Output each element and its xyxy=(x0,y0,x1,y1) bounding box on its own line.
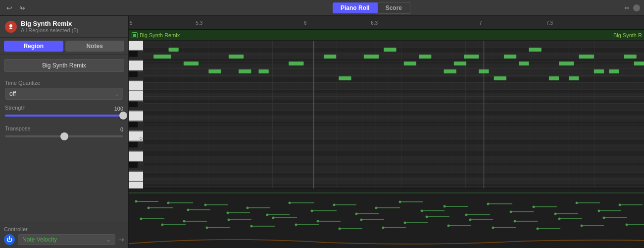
svg-rect-58 xyxy=(259,69,269,73)
timeline-ruler: 5 5.3 6 6.3 7 7.3 xyxy=(129,16,644,30)
svg-rect-55 xyxy=(519,62,529,65)
controller-row: ⏻ Note Velocity ⌄ ⇢ xyxy=(4,234,124,245)
svg-rect-48 xyxy=(464,55,479,59)
time-quantize-row: off ⌄ xyxy=(5,88,123,100)
svg-rect-14 xyxy=(129,122,138,127)
region-indicator-inner xyxy=(133,34,136,37)
svg-rect-20 xyxy=(129,152,144,161)
track-icon xyxy=(5,21,17,33)
svg-rect-66 xyxy=(384,48,396,52)
svg-rect-47 xyxy=(419,55,431,59)
note-velocity-label: Note Velocity xyxy=(22,236,57,243)
transpose-slider-track[interactable] xyxy=(5,135,123,137)
piano-keys: C4 C3 xyxy=(129,41,144,188)
svg-rect-11 xyxy=(129,101,138,107)
region-header-bar: Big Synth Remix Big Synth R xyxy=(129,30,644,41)
region-header-name: Big Synth Remix xyxy=(140,32,180,38)
region-indicator xyxy=(132,32,138,38)
strength-row: Strength 100 xyxy=(5,105,123,113)
svg-rect-56 xyxy=(559,62,574,65)
controller-section: Controller ⏻ Note Velocity ⌄ ⇢ xyxy=(0,223,128,248)
region-name-box: Big Synth Remix xyxy=(4,59,124,72)
svg-rect-72 xyxy=(569,76,579,80)
strength-label: Strength xyxy=(5,105,26,111)
tool1-button[interactable]: ↩︎ xyxy=(4,2,15,13)
expand-icon: ⇔ xyxy=(624,4,629,11)
top-bar: ↩︎ ↬ Piano Roll Score ⇔ xyxy=(0,0,644,16)
svg-rect-10 xyxy=(129,91,144,101)
param-section: Time Quantize off ⌄ Strength 100 Transpo… xyxy=(0,76,128,223)
tool2-button[interactable]: ↬ xyxy=(17,2,28,13)
svg-point-0 xyxy=(9,24,12,27)
svg-rect-21 xyxy=(129,162,138,168)
controller-label: Controller xyxy=(4,226,124,232)
velocity-select-chevron: ⌄ xyxy=(106,236,111,243)
svg-rect-45 xyxy=(324,55,336,59)
time-quantize-select[interactable]: off ⌄ xyxy=(5,88,123,100)
svg-rect-68 xyxy=(529,48,541,52)
velocity-svg xyxy=(129,189,644,248)
share-button[interactable]: ⇢ xyxy=(118,236,124,244)
svg-rect-70 xyxy=(634,62,644,65)
grid-area[interactable] xyxy=(144,41,644,188)
svg-rect-71 xyxy=(479,69,489,73)
strength-value: 100 xyxy=(114,106,123,112)
tab-region[interactable]: Region xyxy=(4,41,63,52)
track-info: Big Synth Remix All Regions selected (5) xyxy=(21,20,123,33)
ruler-mark-7: 7 xyxy=(479,20,482,25)
svg-rect-25 xyxy=(129,182,144,188)
svg-rect-51 xyxy=(624,55,637,59)
tab-notes[interactable]: Notes xyxy=(65,41,125,52)
svg-rect-57 xyxy=(208,69,221,73)
ruler-mark-5-3: 5.3 xyxy=(196,20,202,25)
svg-rect-61 xyxy=(339,76,351,80)
piano-roll: 5 5.3 6 6.3 7 7.3 Big Synth Remix Big Sy… xyxy=(129,16,644,248)
svg-rect-50 xyxy=(579,55,594,59)
svg-rect-6 xyxy=(129,61,144,70)
strength-slider-fill xyxy=(5,115,123,117)
score-tab[interactable]: Score xyxy=(378,2,410,14)
piano-roll-tab[interactable]: Piano Roll xyxy=(333,2,378,13)
svg-rect-67 xyxy=(454,62,466,65)
svg-rect-64 xyxy=(169,48,179,52)
controller-power-button[interactable]: ⏻ xyxy=(4,234,15,245)
top-bar-right: ⇔ xyxy=(614,4,644,11)
svg-rect-52 xyxy=(184,62,198,65)
svg-rect-54 xyxy=(404,62,416,65)
track-sub: All Regions selected (5) xyxy=(21,27,123,33)
svg-rect-46 xyxy=(364,55,379,59)
transpose-slider-thumb[interactable] xyxy=(60,132,68,140)
region-name-text: Big Synth Remix xyxy=(42,62,86,69)
transpose-value: 0 xyxy=(120,126,123,132)
ruler-mark-5: 5 xyxy=(130,20,133,25)
svg-text:C4: C4 xyxy=(140,135,144,141)
top-bar-center: Piano Roll Score xyxy=(129,2,614,14)
main-area: Big Synth Remix All Regions selected (5)… xyxy=(0,16,644,248)
svg-rect-44 xyxy=(229,55,244,59)
piano-roll-grid-svg xyxy=(144,41,644,188)
piano-keys-svg: C4 C3 xyxy=(129,41,144,188)
strength-slider-thumb[interactable] xyxy=(119,112,127,120)
track-name: Big Synth Remix xyxy=(21,20,123,27)
ruler-mark-7-3: 7.3 xyxy=(546,20,553,25)
svg-rect-59 xyxy=(444,69,456,73)
svg-rect-53 xyxy=(289,62,303,65)
time-quantize-label: Time Quantize xyxy=(5,80,123,86)
svg-rect-9 xyxy=(129,81,144,90)
svg-rect-13 xyxy=(129,111,144,121)
track-header: Big Synth Remix All Regions selected (5) xyxy=(0,16,128,38)
strength-slider-track[interactable] xyxy=(5,115,123,117)
svg-rect-65 xyxy=(239,69,251,73)
svg-rect-18 xyxy=(129,141,138,147)
svg-rect-62 xyxy=(494,76,506,80)
svg-rect-60 xyxy=(609,69,619,73)
note-velocity-select[interactable]: Note Velocity ⌄ xyxy=(18,234,115,245)
svg-rect-4 xyxy=(129,51,138,57)
time-quantize-value: off xyxy=(9,90,16,97)
region-header-name-right: Big Synth R xyxy=(613,32,642,38)
svg-rect-23 xyxy=(129,172,144,181)
svg-rect-3 xyxy=(129,41,144,50)
svg-rect-63 xyxy=(549,76,559,80)
svg-rect-69 xyxy=(594,69,604,73)
tab-row: Region Notes xyxy=(0,38,128,55)
